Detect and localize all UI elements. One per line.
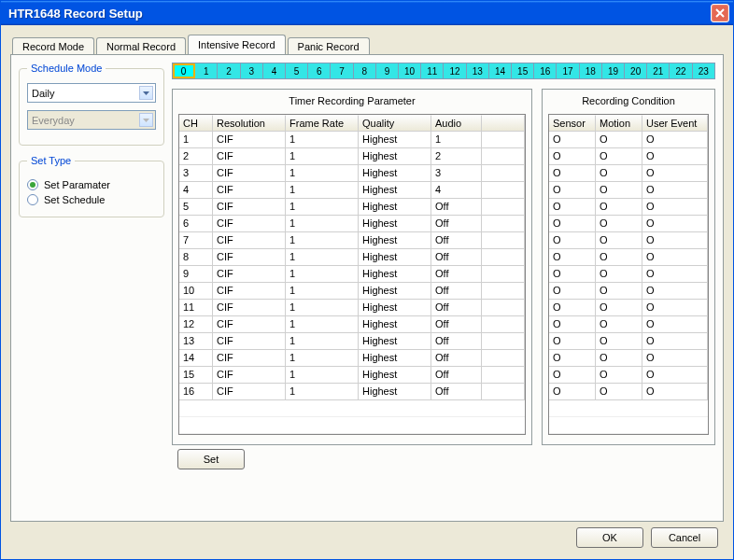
table-cell: O — [642, 249, 708, 266]
table-row[interactable]: OOO — [549, 350, 708, 367]
set-button-row: Set — [172, 445, 715, 469]
table-row[interactable]: 13CIF1HighestOff — [179, 333, 525, 350]
hour-cell-10[interactable]: 10 — [399, 63, 421, 78]
column-header[interactable]: Motion — [596, 115, 642, 132]
table-row[interactable]: OOO — [549, 165, 708, 182]
hour-cell-9[interactable]: 9 — [376, 63, 399, 78]
hour-cell-3[interactable]: 3 — [241, 63, 263, 78]
hour-cell-6[interactable]: 6 — [308, 63, 331, 78]
table-row[interactable]: 16CIF1HighestOff — [179, 384, 525, 400]
column-header[interactable]: User Event — [642, 115, 708, 132]
table-row[interactable]: OOO — [549, 182, 708, 199]
close-button[interactable] — [711, 4, 729, 22]
tab-normal-record[interactable]: Normal Record — [96, 37, 186, 55]
cancel-button[interactable]: Cancel — [651, 527, 718, 548]
table-row[interactable]: OOO — [549, 283, 708, 300]
column-header[interactable]: Quality — [359, 115, 431, 132]
hour-cell-13[interactable]: 13 — [467, 63, 489, 78]
tab-record-mode[interactable]: Record Mode — [12, 37, 94, 55]
table-row[interactable]: 6CIF1HighestOff — [179, 216, 525, 232]
ok-button[interactable]: OK — [576, 527, 643, 548]
hour-cell-7[interactable]: 7 — [331, 63, 353, 78]
table-row[interactable]: 14CIF1HighestOff — [179, 350, 525, 367]
recording-condition-caption: Recording Condition — [543, 90, 714, 110]
column-header[interactable]: Resolution — [213, 115, 286, 132]
schedule-mode-select[interactable]: Daily — [27, 83, 156, 103]
table-cell: O — [642, 333, 708, 350]
table-row[interactable]: OOO — [549, 316, 708, 333]
table-row[interactable]: OOO — [549, 132, 708, 148]
table-row[interactable]: OOO — [549, 384, 708, 400]
tab-panic-record[interactable]: Panic Record — [288, 37, 370, 55]
table-row[interactable]: 11CIF1HighestOff — [179, 300, 525, 316]
hour-cell-22[interactable]: 22 — [670, 63, 692, 78]
table-row[interactable]: OOO — [549, 148, 708, 165]
hour-cell-11[interactable]: 11 — [421, 63, 444, 78]
radio-set-schedule[interactable]: Set Schedule — [27, 194, 156, 205]
table-cell: CIF — [213, 232, 286, 249]
column-header[interactable]: Audio — [431, 115, 482, 132]
tab-label: Intensive Record — [198, 39, 275, 50]
hour-cell-21[interactable]: 21 — [647, 63, 670, 78]
hour-cell-20[interactable]: 20 — [625, 63, 647, 78]
table-row[interactable]: OOO — [549, 367, 708, 384]
hour-cell-23[interactable]: 23 — [693, 63, 714, 78]
table-row[interactable]: OOO — [549, 266, 708, 283]
table-cell: 1 — [431, 132, 482, 148]
column-header[interactable]: CH — [179, 115, 213, 132]
hour-cell-1[interactable]: 1 — [195, 63, 218, 78]
table-row[interactable]: 2CIF1Highest2 — [179, 148, 525, 165]
table-cell: 4 — [179, 182, 213, 199]
table-row[interactable]: 10CIF1HighestOff — [179, 283, 525, 300]
table-cell: O — [596, 132, 642, 148]
table-cell: 12 — [179, 316, 213, 333]
hour-cell-17[interactable]: 17 — [557, 63, 579, 78]
hour-cell-16[interactable]: 16 — [534, 63, 557, 78]
table-cell: Highest — [359, 350, 431, 367]
hour-cell-8[interactable]: 8 — [354, 63, 376, 78]
table-cell: Highest — [359, 199, 431, 216]
set-button[interactable]: Set — [177, 449, 245, 469]
table-row[interactable]: 15CIF1HighestOff — [179, 367, 525, 384]
table-row[interactable]: 4CIF1Highest4 — [179, 182, 525, 199]
timer-parameter-grid[interactable]: CHResolutionFrame RateQualityAudio1CIF1H… — [178, 114, 526, 435]
table-row[interactable]: OOO — [549, 300, 708, 316]
recording-condition-grid[interactable]: SensorMotionUser EventOOOOOOOOOOOOOOOOOO… — [548, 114, 709, 435]
table-row[interactable]: OOO — [549, 216, 708, 232]
table-cell — [482, 367, 525, 384]
table-cell: Highest — [359, 384, 431, 400]
table-row[interactable]: 1CIF1Highest1 — [179, 132, 525, 148]
table-cell: Highest — [359, 333, 431, 350]
hour-cell-15[interactable]: 15 — [512, 63, 534, 78]
hour-cell-4[interactable]: 4 — [263, 63, 286, 78]
table-cell: 1 — [286, 350, 359, 367]
table-row[interactable]: 7CIF1HighestOff — [179, 232, 525, 249]
table-row[interactable]: 12CIF1HighestOff — [179, 316, 525, 333]
table-cell: O — [549, 182, 596, 199]
table-row[interactable]: OOO — [549, 199, 708, 216]
radio-set-parameter[interactable]: Set Paramater — [27, 179, 156, 190]
column-header[interactable] — [482, 115, 525, 132]
column-header[interactable]: Frame Rate — [286, 115, 359, 132]
table-row[interactable]: 3CIF1Highest3 — [179, 165, 525, 182]
table-row[interactable]: OOO — [549, 249, 708, 266]
hour-cell-18[interactable]: 18 — [580, 63, 602, 78]
table-row[interactable]: OOO — [549, 333, 708, 350]
table-cell: O — [549, 266, 596, 283]
table-cell: O — [642, 316, 708, 333]
table-row[interactable]: OOO — [549, 232, 708, 249]
hour-cell-19[interactable]: 19 — [602, 63, 625, 78]
schedule-mode-legend: Schedule Mode — [27, 63, 106, 74]
hour-cell-2[interactable]: 2 — [218, 63, 240, 78]
hour-cell-14[interactable]: 14 — [489, 63, 512, 78]
column-header[interactable]: Sensor — [549, 115, 596, 132]
hour-cell-12[interactable]: 12 — [444, 63, 466, 78]
table-row[interactable]: 8CIF1HighestOff — [179, 249, 525, 266]
table-row[interactable]: 5CIF1HighestOff — [179, 199, 525, 216]
hour-cell-0[interactable]: 0 — [173, 63, 195, 78]
table-cell: 1 — [286, 182, 359, 199]
table-cell: 1 — [286, 300, 359, 316]
table-row[interactable]: 9CIF1HighestOff — [179, 266, 525, 283]
tab-intensive-record[interactable]: Intensive Record — [188, 35, 286, 54]
hour-cell-5[interactable]: 5 — [286, 63, 308, 78]
